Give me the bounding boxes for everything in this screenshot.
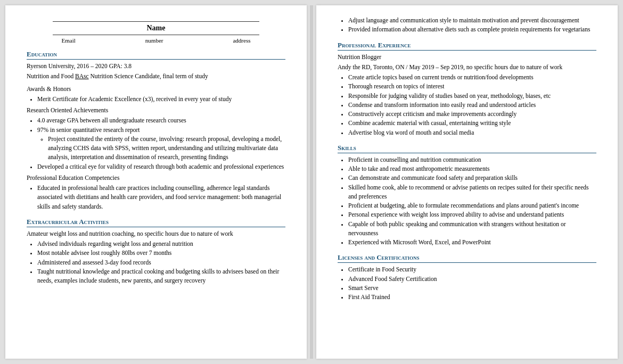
job-list: Create article topics based on current t… <box>348 73 596 137</box>
intro-bullet2: Provided information about alternative d… <box>348 25 596 34</box>
skills-bullet3: Can demonstrate and communicate food saf… <box>348 173 596 183</box>
awards-title: Awards & Honors <box>27 85 285 94</box>
skills-list: Proficient in counselling and nutrition … <box>348 155 596 247</box>
skills-bullet7: Capable of both public speaking and comm… <box>348 220 596 238</box>
extracurricular-title: Extracurricular Activities <box>27 218 285 227</box>
job-bullet5: Constructively accept criticism and make… <box>348 110 596 119</box>
job-bullet3: Responsible for judging validity of stud… <box>348 92 596 101</box>
extracurricular-intro: Amateur weight loss and nutrition coachi… <box>27 229 285 238</box>
skills-bullet5: Proficient at budgeting, able to formula… <box>348 201 596 210</box>
phone-field: number <box>145 37 163 44</box>
skills-title: Skills <box>338 144 596 153</box>
licenses-bullet1: Certificate in Food Security <box>348 265 596 274</box>
skills-bullet8: Experienced with Microsoft Word, Excel, … <box>348 238 596 247</box>
extra-bullet1: Advised individuals regarding weight los… <box>37 239 285 249</box>
licenses-list: Certificate in Food Security Advanced Fo… <box>348 265 596 302</box>
skills-bullet1: Proficient in counselling and nutrition … <box>348 155 596 164</box>
job-detail: Andy the RD, Toronto, ON / May 2019 – Se… <box>338 63 596 72</box>
awards-bullet1: Merit Certificate for Academic Excellenc… <box>37 95 285 104</box>
header-contact: Email number address <box>27 37 285 44</box>
prof-ed-bullet1: Educated in professional health care pra… <box>37 184 285 211</box>
education-post: Nutrition Science Candidate, final term … <box>89 73 208 79</box>
header-section: Name Email number address <box>27 21 285 44</box>
skills-bullet6: Personal experience with weight loss imp… <box>348 210 596 219</box>
job-bullet4: Condense and transform information into … <box>348 101 596 110</box>
research-list: 4.0 average GPA between all undergraduat… <box>37 116 285 171</box>
awards-list: Merit Certificate for Academic Excellenc… <box>37 95 285 104</box>
email-field: Email <box>62 37 76 44</box>
research-bullet3: Developed a critical eye for validity of… <box>37 162 285 171</box>
education-pre: Nutrition and Food <box>27 73 75 79</box>
licenses-bullet4: First Aid Trained <box>348 293 596 302</box>
extra-bullet3: Administered and assessed 3-day food rec… <box>37 258 285 267</box>
education-underline: BAsc <box>75 73 89 79</box>
job-bullet1: Create article topics based on current t… <box>348 73 596 82</box>
skills-bullet2: Able to take and read most anthropometri… <box>348 164 596 173</box>
extra-list: Advised individuals regarding weight los… <box>37 239 285 285</box>
address-field: address <box>233 37 250 44</box>
research-bullet1: 4.0 average GPA between all undergraduat… <box>37 116 285 125</box>
prof-ed-list: Educated in professional health care pra… <box>37 184 285 211</box>
prof-exp-title: Professional Experience <box>338 41 596 51</box>
education-title: Education <box>27 50 285 60</box>
research-title: Research Oriented Achievements <box>27 106 285 115</box>
prof-ed-title: Professional Education Competencies <box>27 173 285 183</box>
job-title: Nutrition Blogger <box>338 53 596 62</box>
licenses-bullet3: Smart Serve <box>348 284 596 293</box>
licenses-bullet2: Advanced Food Safety Certification <box>348 275 596 284</box>
job-bullet7: Advertise blog via word of mouth and soc… <box>348 128 596 137</box>
extra-bullet4: Taught nutritional knowledge and practic… <box>37 267 285 286</box>
intro-list: Adjust language and communication style … <box>348 16 596 35</box>
research-bullet2: 97% in senior quantitative research repo… <box>37 126 285 162</box>
job-bullet2: Thorough research on topics of interest <box>348 82 596 91</box>
resume-name: Name <box>27 24 285 32</box>
research-sub-bullet1: Project constituted the entirety of the … <box>48 135 285 162</box>
header-top-line <box>53 21 260 22</box>
education-line1: Ryerson University, 2016 – 2020 GPA: 3.8 <box>27 62 285 71</box>
job-bullet6: Combine academic material with casual, e… <box>348 119 596 128</box>
licenses-title: Licenses and Certifications <box>338 253 596 263</box>
skills-bullet4: Skilled home cook, able to recommend or … <box>348 183 596 202</box>
education-line2: Nutrition and Food BAsc Nutrition Scienc… <box>27 72 285 81</box>
resume-container: Name Email number address Education Ryer… <box>0 0 623 364</box>
intro-bullet1: Adjust language and communication style … <box>348 16 596 25</box>
right-page: Adjust language and communication style … <box>316 5 618 359</box>
page-divider <box>310 5 313 359</box>
header-bottom-line <box>53 35 260 35</box>
left-page: Name Email number address Education Ryer… <box>5 5 307 359</box>
extra-bullet2: Most notable advisee lost roughly 80lbs … <box>37 249 285 258</box>
research-sub-list: Project constituted the entirety of the … <box>48 135 285 162</box>
